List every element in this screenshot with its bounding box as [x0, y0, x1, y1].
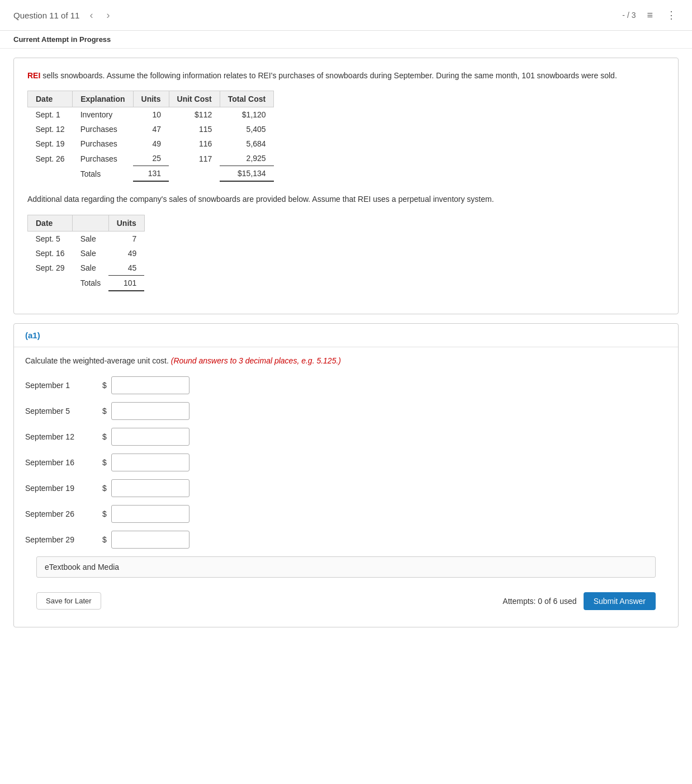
input-row-sep5: September 5 $ [25, 402, 667, 420]
row-unit-cost: 116 [169, 136, 220, 151]
row-date: Sept. 29 [28, 261, 73, 276]
dollar-sign: $ [102, 535, 107, 544]
row-type: Sale [73, 231, 109, 246]
calc-instruction: Calculate the weighted-average unit cost… [25, 356, 667, 365]
row-unit-cost: 115 [169, 122, 220, 136]
etextbook-bar: eTextbook and Media [36, 556, 656, 578]
row-total-cost: 5,405 [220, 122, 273, 136]
dollar-sign: $ [102, 509, 107, 518]
purchases-table: Date Explanation Units Unit Cost Total C… [27, 91, 274, 182]
list-icon[interactable]: ≡ [644, 7, 655, 23]
input-row-sep29: September 29 $ [25, 531, 667, 549]
row-date: Sept. 16 [28, 246, 73, 261]
input-row-sep12: September 12 $ [25, 428, 667, 446]
col-header-date: Date [28, 91, 73, 107]
row-total-cost: 2,925 [220, 151, 273, 166]
totals-total-cost: $15,134 [220, 166, 273, 182]
table-row: Sept. 1 Inventory 10 $112 $1,120 [28, 107, 274, 122]
footer-bar: Save for Later Attempts: 0 of 6 used Sub… [25, 584, 667, 618]
totals-date [28, 275, 73, 291]
col-header-unit-cost: Unit Cost [169, 91, 220, 107]
brand-name: REI [27, 71, 40, 80]
round-note: (Round answers to 3 decimal places, e.g.… [171, 356, 341, 365]
answer-input-sep29[interactable] [111, 531, 189, 549]
input-label-sep29: September 29 [25, 535, 98, 544]
input-label-sep5: September 5 [25, 407, 98, 415]
more-icon[interactable]: ⋮ [664, 7, 679, 23]
answer-input-sep26[interactable] [111, 505, 189, 523]
table-row: Sept. 19 Purchases 49 116 5,684 [28, 136, 274, 151]
totals-units: 101 [108, 275, 144, 291]
section-label: (a1) [25, 330, 40, 340]
row-units: 7 [108, 231, 144, 246]
question-text: REI sells snowboards. Assume the followi… [27, 69, 665, 82]
totals-label: Totals [73, 166, 133, 182]
table-row: Sept. 26 Purchases 25 117 2,925 [28, 151, 274, 166]
input-row-sep16: September 16 $ [25, 454, 667, 471]
answer-input-sep1[interactable] [111, 376, 189, 394]
input-row-sep1: September 1 $ [25, 376, 667, 394]
sales-totals-row: Totals 101 [28, 275, 145, 291]
row-type: Sale [73, 246, 109, 261]
input-label-sep16: September 16 [25, 458, 98, 467]
totals-row: Totals 131 $15,134 [28, 166, 274, 182]
answer-input-sep19[interactable] [111, 479, 189, 497]
totals-label: Totals [73, 275, 109, 291]
answer-input-sep16[interactable] [111, 454, 189, 471]
row-explanation: Purchases [73, 151, 133, 166]
dollar-sign: $ [102, 407, 107, 415]
next-button[interactable]: › [103, 8, 113, 22]
dollar-sign: $ [102, 432, 107, 441]
row-date: Sept. 5 [28, 231, 73, 246]
dollar-sign: $ [102, 381, 107, 390]
save-later-button[interactable]: Save for Later [36, 592, 101, 610]
row-date: Sept. 1 [28, 107, 73, 122]
row-date: Sept. 19 [28, 136, 73, 151]
page-count: - / 3 [622, 11, 636, 20]
table-row: Sept. 16 Sale 49 [28, 246, 145, 261]
row-units: 47 [133, 122, 169, 136]
row-date: Sept. 12 [28, 122, 73, 136]
answer-input-sep5[interactable] [111, 402, 189, 420]
row-units: 49 [133, 136, 169, 151]
row-explanation: Purchases [73, 136, 133, 151]
submit-button[interactable]: Submit Answer [584, 592, 656, 610]
dollar-sign: $ [102, 484, 107, 493]
row-units: 10 [133, 107, 169, 122]
col-header-explanation: Explanation [73, 91, 133, 107]
answer-input-sep12[interactable] [111, 428, 189, 446]
attempts-text: Attempts: 0 of 6 used [503, 597, 576, 606]
input-row-sep19: September 19 $ [25, 479, 667, 497]
question-title: Question 11 of 11 [13, 11, 79, 20]
col-header-units: Units [133, 91, 169, 107]
sales-col-type [73, 215, 109, 231]
row-unit-cost: $112 [169, 107, 220, 122]
totals-date [28, 166, 73, 182]
totals-unit-cost [169, 166, 220, 182]
sales-col-date: Date [28, 215, 73, 231]
sales-col-units: Units [108, 215, 144, 231]
row-type: Sale [73, 261, 109, 276]
row-unit-cost: 117 [169, 151, 220, 166]
input-label-sep1: September 1 [25, 381, 98, 390]
row-units: 25 [133, 151, 169, 166]
col-header-total-cost: Total Cost [220, 91, 273, 107]
row-total-cost: $1,120 [220, 107, 273, 122]
footer-right: Attempts: 0 of 6 used Submit Answer [503, 592, 656, 610]
additional-text: Additional data regarding the company's … [27, 193, 665, 205]
row-units: 49 [108, 246, 144, 261]
row-units: 45 [108, 261, 144, 276]
attempt-banner-text: Current Attempt in Progress [13, 35, 111, 44]
input-label-sep26: September 26 [25, 509, 98, 518]
sales-table: Date Units Sept. 5 Sale 7 Sept. 16 Sale … [27, 215, 145, 291]
table-row: Sept. 5 Sale 7 [28, 231, 145, 246]
input-row-sep26: September 26 $ [25, 505, 667, 523]
input-label-sep19: September 19 [25, 484, 98, 493]
table-row: Sept. 29 Sale 45 [28, 261, 145, 276]
etextbook-label: eTextbook and Media [45, 563, 119, 572]
row-explanation: Inventory [73, 107, 133, 122]
prev-button[interactable]: ‹ [86, 8, 96, 22]
dollar-sign: $ [102, 458, 107, 467]
input-label-sep12: September 12 [25, 432, 98, 441]
row-explanation: Purchases [73, 122, 133, 136]
